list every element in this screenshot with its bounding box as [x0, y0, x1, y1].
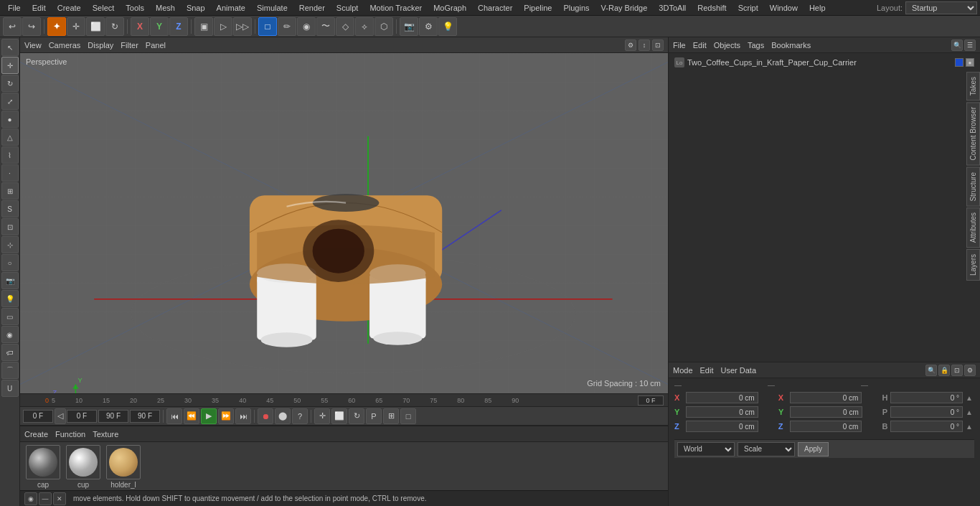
- attr-menu-mode[interactable]: Mode: [673, 366, 693, 375]
- menu-sculpt[interactable]: Sculpt: [331, 2, 364, 14]
- menu-render[interactable]: Render: [294, 2, 330, 14]
- menu-help[interactable]: Help: [804, 2, 831, 14]
- sb-material[interactable]: ◉: [1, 326, 19, 343]
- menu-simulate[interactable]: Simulate: [252, 2, 293, 14]
- vp-menu-view[interactable]: View: [24, 41, 42, 50]
- obj-menu-edit[interactable]: Edit: [693, 41, 707, 50]
- z-axis-button[interactable]: Z: [169, 17, 188, 36]
- redo-button[interactable]: ↪: [22, 17, 41, 36]
- attr-menu-edit[interactable]: Edit: [700, 366, 714, 375]
- key-button[interactable]: ?: [292, 408, 308, 424]
- param-button[interactable]: P: [366, 408, 382, 424]
- menu-file[interactable]: File: [3, 2, 26, 14]
- sb-object-mode[interactable]: ●: [1, 111, 19, 128]
- x-axis-button[interactable]: X: [131, 17, 149, 36]
- end-frame-input-1[interactable]: [98, 410, 128, 423]
- scale-dropdown[interactable]: Scale: [738, 442, 795, 456]
- go-to-start-button[interactable]: ⏮: [166, 408, 182, 424]
- status-icon-close[interactable]: ✕: [53, 492, 66, 505]
- menu-snap[interactable]: Snap: [182, 2, 210, 14]
- object-item-coffee-carrier[interactable]: Lo Two_Coffee_Cups_in_Kraft_Paper_Cup_Ca…: [672, 56, 977, 69]
- object-color-tag[interactable]: [955, 58, 963, 67]
- viewport-canvas[interactable]: X Y Z Perspective Grid Spacing : 10 cm: [20, 53, 668, 393]
- attr-settings-button[interactable]: ⚙: [964, 365, 976, 376]
- undo-button[interactable]: ↩: [3, 17, 22, 36]
- vp-menu-display[interactable]: Display: [88, 41, 113, 50]
- sb-polygon-mode[interactable]: △: [1, 128, 19, 146]
- sb-point-mode[interactable]: ·: [1, 164, 19, 182]
- render-region-button[interactable]: ▣: [194, 17, 213, 36]
- attr-z-pos-input[interactable]: [686, 421, 758, 432]
- obj-menu-bookmarks[interactable]: Bookmarks: [771, 41, 811, 50]
- sculpt-button[interactable]: ◉: [297, 17, 316, 36]
- menu-window[interactable]: Window: [765, 2, 803, 14]
- sb-camera[interactable]: 📷: [1, 272, 19, 289]
- sb-light[interactable]: 💡: [1, 290, 19, 307]
- start-frame-input[interactable]: [67, 410, 97, 423]
- obj-search-button[interactable]: 🔍: [951, 39, 963, 51]
- viewport[interactable]: View Cameras Display Filter Panel ⚙ ↕ ⊡: [20, 37, 668, 393]
- frame-field[interactable]: [638, 395, 664, 406]
- interactive-render-button[interactable]: 💡: [438, 17, 457, 36]
- scale-key-button[interactable]: ⬜: [331, 408, 347, 424]
- render-settings-button[interactable]: ⚙: [419, 17, 438, 36]
- y-axis-button[interactable]: Y: [150, 17, 169, 36]
- obj-menu-file[interactable]: File: [673, 41, 686, 50]
- tab-content-browser[interactable]: Content Browser: [966, 102, 980, 165]
- sb-bend[interactable]: ⌒: [1, 362, 19, 379]
- attr-z-size-input[interactable]: [790, 421, 862, 432]
- menu-select[interactable]: Select: [88, 2, 120, 14]
- field-button[interactable]: ⬡: [374, 17, 393, 36]
- vp-menu-cameras[interactable]: Cameras: [49, 41, 81, 50]
- rotate-key-button[interactable]: ↻: [349, 408, 364, 424]
- attr-x-pos-input[interactable]: [686, 392, 758, 403]
- render-active-button[interactable]: ▷: [214, 17, 232, 36]
- step-forward-button[interactable]: ⏩: [218, 408, 234, 424]
- status-icon-scene[interactable]: ◉: [24, 492, 37, 505]
- attr-p-input[interactable]: [890, 406, 963, 418]
- material-cup[interactable]: cup: [66, 445, 100, 489]
- step-back-button[interactable]: ⏪: [184, 408, 199, 424]
- sb-scale-tool[interactable]: ⤢: [1, 93, 19, 110]
- layout-dropdown[interactable]: Startup: [905, 1, 977, 14]
- mat-menu-function[interactable]: Function: [55, 430, 85, 439]
- menu-create[interactable]: Create: [52, 2, 86, 14]
- sb-snap-tool[interactable]: ⊹: [1, 236, 19, 253]
- record-button[interactable]: ⏺: [258, 408, 273, 424]
- move-key-button[interactable]: ✛: [314, 408, 330, 424]
- go-to-end-button[interactable]: ⏭: [235, 408, 251, 424]
- sb-rotate-tool[interactable]: ↻: [1, 75, 19, 92]
- preview-button[interactable]: □: [400, 408, 416, 424]
- menu-mograph[interactable]: MoGraph: [428, 2, 471, 14]
- sb-texture-mode[interactable]: S: [1, 200, 19, 217]
- apply-button[interactable]: Apply: [798, 442, 829, 456]
- scale-button[interactable]: ⬜: [86, 17, 105, 36]
- sb-magnet[interactable]: U: [1, 380, 19, 397]
- rotate-button[interactable]: ↻: [105, 17, 124, 36]
- attr-expand-button[interactable]: ⊡: [951, 365, 963, 376]
- menu-animate[interactable]: Animate: [212, 2, 250, 14]
- tab-layers[interactable]: Layers: [966, 249, 980, 281]
- tab-attributes[interactable]: Attributes: [966, 207, 980, 248]
- menu-motion-tracker[interactable]: Motion Tracker: [364, 2, 427, 14]
- menu-3dtoall[interactable]: 3DToAll: [654, 2, 691, 14]
- sb-null-object[interactable]: ○: [1, 254, 19, 271]
- end-frame-input-2[interactable]: [130, 410, 160, 423]
- obj-filter-button[interactable]: ☰: [964, 39, 976, 51]
- tc-arrow-left[interactable]: ◁: [55, 408, 66, 424]
- loft-button[interactable]: ◇: [336, 17, 354, 36]
- material-holder[interactable]: holder_l: [106, 445, 141, 489]
- menu-plugins[interactable]: Plugins: [558, 2, 594, 14]
- move-button[interactable]: ✛: [67, 17, 85, 36]
- obj-menu-tags[interactable]: Tags: [748, 41, 764, 50]
- sb-floor[interactable]: ▭: [1, 308, 19, 325]
- menu-pipeline[interactable]: Pipeline: [519, 2, 557, 14]
- vp-lock-button[interactable]: ⚙: [625, 39, 636, 51]
- sb-pointer-tool[interactable]: ↖: [1, 39, 19, 56]
- menu-character[interactable]: Character: [473, 2, 517, 14]
- menu-script[interactable]: Script: [733, 2, 763, 14]
- menu-redshift[interactable]: Redshift: [692, 2, 731, 14]
- vp-fullscreen-button[interactable]: ⊡: [652, 39, 664, 51]
- menu-edit[interactable]: Edit: [27, 2, 51, 14]
- camera-button[interactable]: 📷: [400, 17, 418, 36]
